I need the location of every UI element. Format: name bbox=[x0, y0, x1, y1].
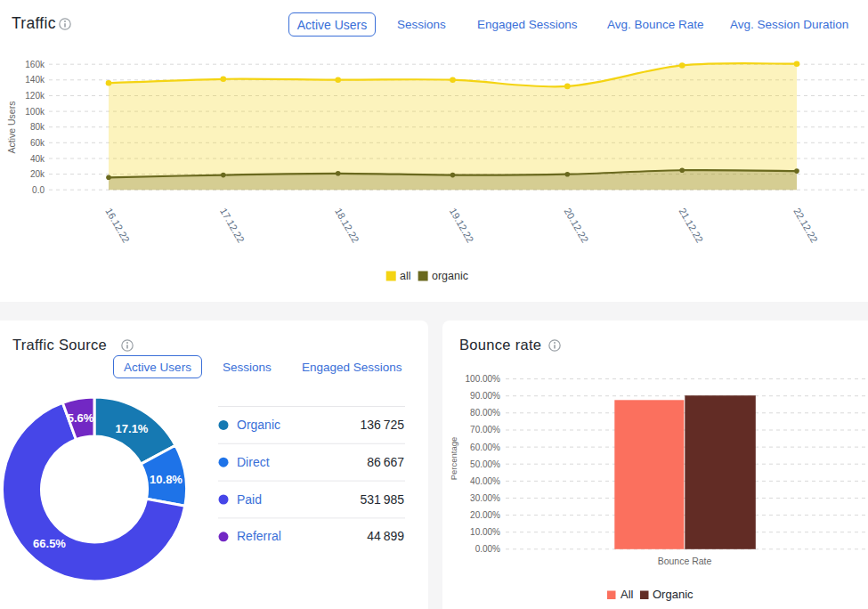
svg-text:160k: 160k bbox=[25, 60, 45, 69]
svg-text:40k: 40k bbox=[30, 154, 45, 164]
svg-text:18.12.22: 18.12.22 bbox=[333, 207, 361, 245]
svg-text:70.00%: 70.00% bbox=[470, 425, 500, 434]
svg-text:90.00%: 90.00% bbox=[470, 391, 500, 401]
svg-text:0.00%: 0.00% bbox=[475, 544, 500, 554]
svg-text:Paid: Paid bbox=[237, 492, 262, 507]
svg-text:60.00%: 60.00% bbox=[470, 443, 500, 452]
svg-text:Bounce Rate: Bounce Rate bbox=[658, 556, 712, 566]
svg-text:10.8%: 10.8% bbox=[150, 473, 183, 486]
svg-text:Organic: Organic bbox=[653, 588, 694, 601]
svg-text:44 899: 44 899 bbox=[367, 529, 404, 543]
svg-text:all: all bbox=[400, 270, 411, 282]
svg-text:Percentage: Percentage bbox=[449, 437, 458, 481]
svg-text:80k: 80k bbox=[30, 122, 45, 132]
svg-text:21.12.22: 21.12.22 bbox=[677, 207, 705, 245]
svg-text:86 667: 86 667 bbox=[367, 455, 404, 469]
svg-text:10.00%: 10.00% bbox=[470, 527, 500, 537]
svg-text:20k: 20k bbox=[30, 169, 45, 179]
svg-text:30.00%: 30.00% bbox=[470, 493, 500, 503]
svg-text:Referral: Referral bbox=[237, 529, 281, 543]
svg-text:120k: 120k bbox=[25, 91, 45, 101]
svg-text:40.00%: 40.00% bbox=[470, 476, 500, 486]
svg-text:80.00%: 80.00% bbox=[470, 408, 500, 418]
svg-text:16.12.22: 16.12.22 bbox=[103, 207, 132, 245]
svg-text:531 985: 531 985 bbox=[360, 492, 404, 507]
svg-text:Direct: Direct bbox=[237, 455, 270, 469]
svg-text:0.0: 0.0 bbox=[32, 185, 45, 195]
svg-text:66.5%: 66.5% bbox=[33, 537, 66, 550]
svg-text:Active Users: Active Users bbox=[6, 102, 17, 154]
svg-text:140k: 140k bbox=[25, 75, 45, 85]
svg-text:20.00%: 20.00% bbox=[470, 510, 500, 520]
svg-text:20.12.22: 20.12.22 bbox=[563, 207, 591, 245]
svg-text:50.00%: 50.00% bbox=[470, 459, 500, 469]
svg-text:organic: organic bbox=[432, 270, 468, 282]
svg-text:60k: 60k bbox=[30, 138, 45, 148]
svg-text:19.12.22: 19.12.22 bbox=[448, 207, 476, 245]
svg-text:All: All bbox=[621, 588, 634, 601]
svg-text:Organic: Organic bbox=[237, 418, 280, 432]
svg-text:17.12.22: 17.12.22 bbox=[218, 207, 247, 245]
svg-text:17.1%: 17.1% bbox=[116, 422, 149, 435]
svg-text:100k: 100k bbox=[25, 107, 45, 117]
svg-text:100.00%: 100.00% bbox=[466, 374, 501, 384]
svg-text:22.12.22: 22.12.22 bbox=[791, 207, 820, 245]
svg-text:5.6%: 5.6% bbox=[68, 411, 94, 425]
svg-text:136 725: 136 725 bbox=[360, 418, 404, 432]
